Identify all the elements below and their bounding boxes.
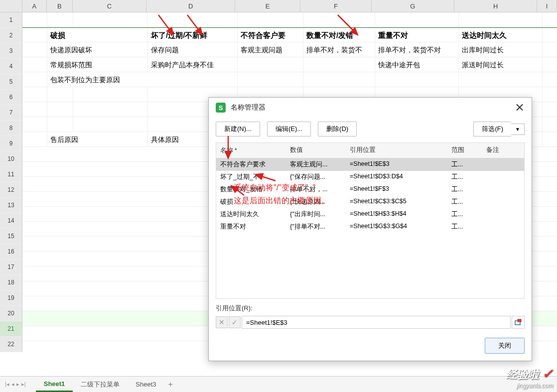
filter-button-label[interactable]: 筛选(F): [473, 122, 511, 136]
th-note[interactable]: 备注: [482, 143, 524, 158]
close-icon[interactable]: [515, 103, 525, 113]
row-header-6[interactable]: 6: [0, 90, 22, 105]
delete-button[interactable]: 删除(D): [318, 122, 357, 136]
cell-B9: 售后原因: [47, 132, 148, 146]
sheet-tab-2[interactable]: 二级下拉菜单: [73, 377, 128, 392]
row-header-8[interactable]: 8: [0, 121, 22, 136]
close-button[interactable]: 关闭: [485, 338, 525, 354]
add-sheet-icon[interactable]: +: [168, 380, 173, 389]
cell-F2: 数量不对/发错: [303, 28, 375, 42]
tab-prev-icon[interactable]: ◂: [11, 381, 14, 388]
row-header-1[interactable]: 1: [0, 12, 22, 28]
cell-G2: 重量不对: [375, 28, 459, 42]
ref-confirm-icon[interactable]: ✓: [229, 316, 241, 328]
row-header-14[interactable]: 14: [0, 213, 22, 229]
th-ref[interactable]: 引用位置: [346, 143, 447, 158]
tab-next-icon[interactable]: ▸: [16, 381, 19, 388]
dialog-titlebar[interactable]: S 名称管理器: [209, 98, 532, 118]
tab-first-icon[interactable]: |◂: [5, 381, 9, 388]
col-header-E[interactable]: E: [235, 0, 300, 12]
table-row[interactable]: 不符合客户要求客观主观问...=Sheet1!$E$3工...: [216, 158, 524, 171]
sheet-tab-1[interactable]: Sheet1: [36, 377, 73, 392]
column-headers: A B C D E F G H I: [0, 0, 557, 12]
row-headers: 1 2 3 4 5 6 7 8 9 10 11 12 13 14 15 16 1…: [0, 12, 22, 352]
cell-E2: 不符合客户要: [238, 28, 303, 42]
cell-B3: 快递原因破坏: [47, 42, 148, 57]
row-header-2[interactable]: 2: [0, 28, 22, 43]
ref-cancel-icon[interactable]: ✕: [216, 316, 228, 328]
row-header-17[interactable]: 17: [0, 260, 22, 275]
ref-label: 引用位置(R):: [216, 304, 525, 313]
row-header-15[interactable]: 15: [0, 229, 22, 244]
name-manager-dialog: S 名称管理器 新建(N)... 编辑(E)... 删除(D) 筛选(F) ▼ …: [208, 97, 532, 361]
th-value[interactable]: 数值: [286, 143, 346, 158]
table-row[interactable]: 数量不对_发错排单不对，...=Sheet1!$F$3工...: [216, 183, 524, 196]
row-header-4[interactable]: 4: [0, 59, 22, 74]
cell-D3: 保存问题: [148, 42, 238, 57]
names-table: 名称 数值 引用位置 范围 备注 不符合客户要求客观主观问...=Sheet1!…: [216, 142, 525, 299]
new-button[interactable]: 新建(N)...: [216, 122, 260, 136]
table-row[interactable]: 破损{"快递原因...=Sheet1!$C$3:$C$5工...: [216, 196, 524, 208]
select-all-corner[interactable]: [0, 0, 22, 12]
sheet-tabs-bar: |◂ ◂ ▸ ▸| Sheet1 二级下拉菜单 Sheet3 +: [0, 376, 557, 392]
col-header-I[interactable]: I: [537, 0, 557, 12]
cell-B5: 包装不到位为主要原因: [47, 72, 238, 87]
col-header-A[interactable]: A: [22, 0, 47, 12]
cell-D4: 采购时产品本身不佳: [148, 57, 238, 72]
row-header-7[interactable]: 7: [0, 105, 22, 121]
tab-nav: |◂ ◂ ▸ ▸|: [5, 381, 26, 388]
col-header-G[interactable]: G: [372, 0, 454, 12]
cell-E3: 客观主观问题: [238, 42, 303, 57]
row-header-21[interactable]: 21: [0, 321, 22, 337]
col-header-F[interactable]: F: [300, 0, 372, 12]
wps-logo-icon: S: [216, 103, 226, 113]
table-row[interactable]: 坏了_过期_不...{"保存问题...=Sheet1!$D$3:D$4工...: [216, 171, 524, 183]
names-tbody: 不符合客户要求客观主观问...=Sheet1!$E$3工... 坏了_过期_不.…: [216, 158, 524, 233]
row-header-11[interactable]: 11: [0, 167, 22, 182]
row-header-13[interactable]: 13: [0, 198, 22, 213]
row-header-5[interactable]: 5: [0, 74, 22, 90]
cell-F3: 排单不对，装货不: [303, 42, 375, 57]
watermark: 经验啦 ✓ jingyanla.com: [506, 366, 553, 389]
ref-input[interactable]: [242, 316, 511, 329]
row-header-22[interactable]: 22: [0, 337, 22, 352]
col-header-H[interactable]: H: [454, 0, 537, 12]
col-header-B[interactable]: B: [47, 0, 73, 12]
svg-rect-4: [518, 319, 521, 322]
dialog-title: 名称管理器: [231, 103, 515, 112]
th-name[interactable]: 名称: [216, 143, 286, 158]
cell-H2: 送达时间太久: [459, 28, 543, 42]
cell-B2: 破损: [47, 28, 148, 42]
range-picker-icon[interactable]: [512, 316, 525, 329]
table-row[interactable]: 重量不对{"排单不对...=Sheet1!$G$3:$G$4工...: [216, 221, 524, 233]
row-header-20[interactable]: 20: [0, 306, 22, 321]
cell-G4: 快递中途开包: [375, 57, 459, 72]
cell-G3: 排单不对，装货不对: [375, 42, 459, 57]
row-header-19[interactable]: 19: [0, 290, 22, 306]
sheet-tab-3[interactable]: Sheet3: [128, 378, 164, 391]
col-header-D[interactable]: D: [146, 0, 235, 12]
chevron-down-icon[interactable]: ▼: [511, 124, 525, 135]
tab-last-icon[interactable]: ▸|: [21, 381, 26, 388]
row-header-10[interactable]: 10: [0, 151, 22, 167]
th-scope[interactable]: 范围: [447, 143, 482, 158]
row-header-3[interactable]: 3: [0, 43, 22, 59]
cell-H3: 出库时间过长: [459, 42, 543, 57]
cell-B4: 常规损坏范围: [47, 57, 148, 72]
cell-H4: 派送时间过长: [459, 57, 543, 72]
filter-dropdown[interactable]: 筛选(F) ▼: [473, 122, 525, 136]
row-header-16[interactable]: 16: [0, 244, 22, 260]
row-header-12[interactable]: 12: [0, 182, 22, 198]
row-header-18[interactable]: 18: [0, 275, 22, 290]
row-header-9[interactable]: 9: [0, 136, 22, 151]
col-header-C[interactable]: C: [73, 0, 147, 12]
edit-button[interactable]: 编辑(E)...: [267, 122, 311, 136]
table-row[interactable]: 送达时间太久{"出库时间...=Sheet1!$H$3:$H$4工...: [216, 208, 524, 221]
cell-D2: 坏了/过期/不新鲜: [148, 28, 238, 42]
